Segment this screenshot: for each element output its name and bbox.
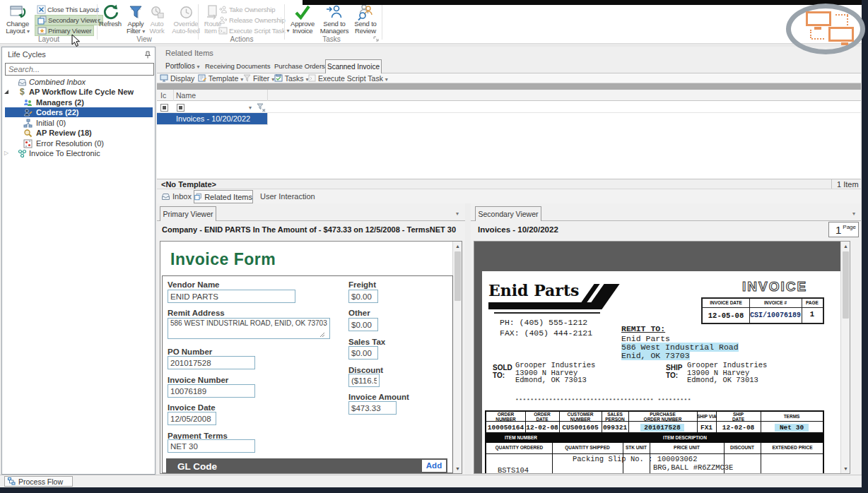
expander-collapsed-icon[interactable]: ▷ (4, 150, 8, 156)
grid-row-name[interactable]: Invoices - 10/20/2022 (176, 114, 250, 123)
invoice-date-input[interactable] (168, 412, 216, 425)
related-items-icon (194, 192, 201, 201)
tree-item-coders[interactable]: Coders (22) (5, 107, 153, 117)
grid-header-row (157, 90, 861, 101)
tree-item-ap-workflow[interactable]: $ AP Workflow Life Cycle New (2, 87, 156, 97)
tree-item-managers[interactable]: Managers (2) (2, 97, 156, 107)
clear-filter-icon[interactable] (257, 103, 266, 112)
other-input[interactable] (348, 318, 378, 331)
template-button[interactable]: Template ▾ (198, 74, 243, 83)
send-to-managers-icon (325, 4, 344, 20)
tab-scanned-invoice[interactable]: Scanned Invoice (325, 59, 382, 73)
invoice-amount-input[interactable] (348, 401, 397, 415)
change-layout-button[interactable]: Change Layout ▾ (1, 4, 34, 35)
discount-input[interactable] (348, 374, 380, 387)
freight-input[interactable] (348, 290, 378, 303)
approve-invoice-button[interactable]: Approve Invoice (288, 4, 317, 35)
filter-icon (243, 74, 251, 82)
scroll-up-icon: ▲ (843, 244, 848, 249)
tree-item-initial[interactable]: Initial (0) (2, 118, 156, 128)
secondary-viewer-header: Invoices - 10/20/2022 (478, 225, 558, 234)
tree-item-combined-inbox[interactable]: Combined Inbox (2, 77, 156, 87)
dock-tab-user-interaction[interactable]: User Interaction (260, 192, 315, 201)
primary-viewer-header: Company - ENID PARTS In The Amount of - … (162, 225, 456, 234)
display-button[interactable]: Display (160, 74, 194, 83)
payment-terms-input[interactable] (168, 439, 255, 453)
filter-checkbox-icon[interactable] (177, 104, 184, 112)
initial-icon (23, 119, 33, 128)
splitter[interactable] (465, 203, 471, 475)
primary-viewer-tab[interactable]: Primary Viewer (160, 206, 216, 221)
tasks-button[interactable]: Tasks ▾ (274, 74, 309, 83)
tab-purchase-orders[interactable]: Purchase Orders (274, 62, 325, 70)
execute-script-task-button[interactable]: Execute Script Task ▾ (216, 25, 291, 36)
release-ownership-button[interactable]: Release Ownership (216, 15, 288, 25)
grid-col-icon[interactable]: Ic (160, 91, 166, 100)
scroll-down-icon: ▼ (843, 466, 848, 471)
close-this-layout-button[interactable]: Close This Layout (35, 4, 100, 15)
dock-tab-inbox[interactable]: Inbox (161, 192, 192, 201)
remit-heading: REMIT TO: (621, 324, 665, 333)
search-input[interactable] (5, 63, 154, 76)
tree-item-ap-review[interactable]: AP Review (18) (2, 128, 156, 138)
managers-icon (23, 98, 33, 107)
resize-grip-icon[interactable] (319, 332, 325, 338)
template-status-bar (157, 179, 861, 189)
tree-item-error-resolution[interactable]: Error Resolution (0) (2, 138, 156, 148)
close-layout-icon (37, 5, 46, 14)
refresh-button[interactable]: Refresh (98, 4, 122, 28)
secondary-viewer-button[interactable]: Secondary Viewer (35, 15, 103, 25)
send-to-managers-button[interactable]: Send to Managers (319, 4, 350, 35)
take-ownership-button[interactable]: Take Ownership (216, 4, 277, 15)
tab-portfolios[interactable]: Portfolios ▾ (165, 62, 199, 70)
gl-add-button[interactable]: Add (422, 460, 446, 472)
related-items-title: Related Items (165, 49, 213, 57)
invoice-number-input[interactable] (168, 384, 255, 398)
dialog-launcher-icon[interactable] (373, 36, 379, 42)
approve-invoice-icon (293, 4, 312, 20)
tab-receiving-documents[interactable]: Receiving Documents (205, 62, 270, 70)
secondary-scrollbar[interactable]: ▲ ▼ (840, 242, 850, 473)
process-flow-button[interactable]: Process Flow (4, 476, 73, 487)
bottom-statusbar (0, 475, 862, 487)
refresh-icon (102, 4, 119, 20)
page-count: 1 (835, 224, 841, 236)
primary-scrollbar[interactable]: ▲ ▼ (452, 242, 462, 473)
frame-bottom (0, 487, 868, 493)
execute-script-task-toolbar-button[interactable]: Execute Script Task ▾ (308, 74, 388, 83)
filter-checkbox-icon[interactable] (160, 104, 168, 112)
pin-icon[interactable] (144, 51, 151, 59)
primary-viewer-dropdown[interactable]: ▾ (456, 210, 459, 217)
filter-dropdown-caret[interactable]: ▾ (249, 105, 252, 111)
detail-header-row: QUANTITY ORDERED QUANTITY SHIPPED STK UN… (485, 443, 824, 454)
expander-expanded-icon[interactable] (4, 90, 8, 94)
lifecycle-icon: $ (18, 87, 27, 96)
vendor-name-input[interactable] (168, 290, 295, 303)
item-code: BSTS104 (498, 466, 529, 474)
secondary-viewer-tab[interactable]: Secondary Viewer (475, 206, 541, 221)
po-number-input[interactable] (168, 356, 255, 369)
filter-button[interactable]: Filter ▾ (243, 74, 274, 83)
tree-item-invoice-to-electronic[interactable]: ▷ Invoice To Electronic (2, 148, 156, 158)
secondary-viewer-icon (37, 16, 47, 25)
page-count-label: Page (843, 224, 856, 230)
grid-col-name[interactable]: Name (176, 91, 196, 100)
top-black-strip (303, 0, 862, 5)
auto-work-button[interactable]: Auto Work (145, 4, 169, 35)
template-icon (198, 74, 206, 82)
packing-slip-line: Packing Slip No. : 100093062 (573, 455, 697, 463)
primary-viewer-button[interactable]: Primary Viewer (35, 25, 94, 36)
remit-address-input[interactable] (168, 318, 330, 339)
combined-inbox-icon (18, 78, 27, 87)
invoice-to-electronic-icon (18, 149, 27, 158)
secondary-viewer-dropdown[interactable]: ▾ (852, 210, 855, 217)
inbox-icon (161, 192, 170, 201)
document-viewer: Enid Parts INVOICE INVOICE DATE INVOICE … (474, 241, 850, 474)
sold-to-address: Grooper Industries 13900 N Harvey Edmond… (515, 362, 595, 384)
sales-tax-input[interactable] (348, 346, 378, 360)
dock-tab-related-items[interactable]: Related Items (194, 190, 253, 203)
ap-review-icon (23, 129, 33, 138)
invoice-company-logo: Enid Parts (488, 281, 580, 299)
send-to-review-button[interactable]: Send to Review (351, 4, 380, 35)
auto-work-icon (149, 4, 165, 20)
